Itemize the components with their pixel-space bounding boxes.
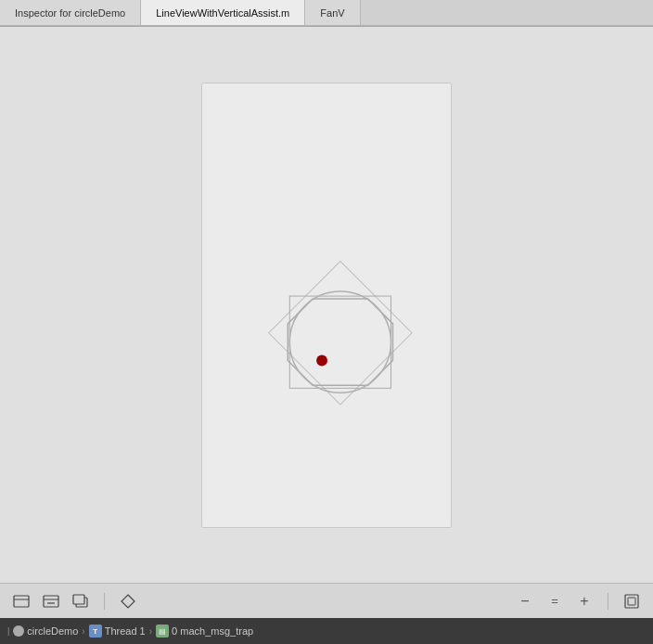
red-dot [316, 354, 327, 366]
plus-icon: + [580, 594, 588, 609]
clone-button[interactable] [70, 591, 91, 612]
status-bar: | circleDemo › T Thread 1 › ▤ 0 mach_msg… [0, 618, 653, 644]
toolbar-sep-2 [608, 593, 608, 610]
svg-rect-6 [73, 595, 84, 604]
breadcrumb-thread-label: Thread 1 [105, 625, 146, 637]
equals-icon: = [551, 595, 558, 607]
tab-fanview-label: FanV [320, 7, 344, 19]
breadcrumb-chevron-1: › [82, 626, 84, 637]
svg-rect-8 [625, 595, 638, 608]
frame-icon: ▤ [156, 625, 169, 638]
svg-rect-0 [14, 596, 29, 607]
tab-lineview-label: LineViewWithVerticalAssist.m [156, 7, 289, 19]
octagon-shape [288, 299, 392, 385]
minus-icon: − [520, 594, 529, 609]
expand-button[interactable] [621, 591, 642, 612]
svg-rect-2 [44, 596, 58, 607]
minus-button[interactable]: − [515, 591, 535, 612]
phone-frame [201, 83, 452, 528]
equals-button[interactable]: = [544, 591, 565, 612]
tab-lineview[interactable]: LineViewWithVerticalAssist.m [141, 0, 305, 25]
object-button[interactable] [118, 591, 138, 612]
bottom-toolbar: − = + [0, 583, 653, 618]
status-divider-left: | [7, 626, 9, 636]
bounding-box [289, 296, 391, 388]
tab-fanview[interactable]: FanV [305, 0, 360, 25]
tab-inspector-label: Inspector for circleDemo [15, 7, 125, 19]
tab-inspector[interactable]: Inspector for circleDemo [0, 0, 141, 25]
app-icon [13, 625, 24, 637]
breadcrumb-thread[interactable]: T Thread 1 [89, 625, 146, 638]
circle-shape [289, 291, 391, 393]
add-view-button[interactable] [11, 591, 32, 612]
svg-rect-9 [628, 598, 635, 605]
breadcrumb-frame[interactable]: ▤ 0 mach_msg_trap [156, 625, 253, 638]
thread-icon: T [89, 625, 102, 638]
remove-view-button[interactable] [41, 591, 61, 612]
breadcrumb-app-label: circleDemo [27, 625, 78, 637]
breadcrumb-chevron-2: › [149, 626, 152, 637]
svg-marker-7 [122, 595, 134, 608]
breadcrumb-frame-label: 0 mach_msg_trap [172, 625, 253, 637]
tab-bar: Inspector for circleDemo LineViewWithVer… [0, 0, 653, 26]
toolbar-sep-1 [104, 593, 105, 610]
breadcrumb-app[interactable]: circleDemo [13, 625, 78, 637]
plus-button[interactable]: + [574, 591, 595, 612]
main-canvas-area [0, 27, 653, 583]
canvas-drawing-area [202, 84, 451, 527]
